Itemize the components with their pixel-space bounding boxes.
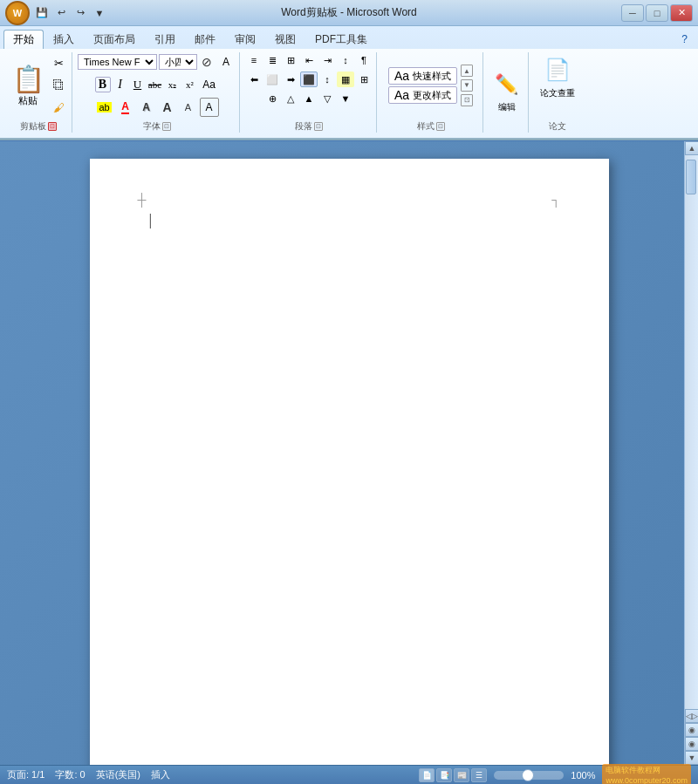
copy-button[interactable]: ⿻ — [49, 78, 68, 93]
text-border-btn[interactable]: A — [200, 98, 219, 117]
insert-mode[interactable]: 插入 — [151, 768, 170, 781]
increase-indent-btn[interactable]: ⇥ — [318, 52, 336, 68]
status-bar: 页面: 1/1 字数: 0 英语(美国) 插入 📄 📑 📰 ☰ 100% 电脑软… — [0, 765, 698, 784]
borders-btn[interactable]: ⊞ — [355, 72, 373, 87]
prev-page-btn[interactable]: ◉ — [685, 723, 698, 737]
scroll-track — [685, 155, 698, 709]
zoom-slider[interactable] — [494, 771, 564, 780]
clear-format-btn[interactable]: ⊘ — [199, 54, 215, 70]
clipboard-group: 📋 粘贴 ✂ ⿻ 🖌 剪贴板 ⊡ — [5, 52, 72, 133]
view-web-btn[interactable]: 📰 — [454, 768, 469, 782]
view-print-btn[interactable]: 📄 — [419, 768, 435, 782]
superscript-button[interactable]: x² — [182, 77, 198, 92]
document-page[interactable]: ┼ ┐ └ ┘ | — [90, 159, 609, 765]
tab-references[interactable]: 引用 — [145, 30, 185, 49]
vertical-scrollbar[interactable]: ▲ ◁▷ ◉ ◉ ▼ — [684, 141, 698, 765]
window-title: Word剪贴板 - Microsoft Word — [281, 5, 417, 20]
numbering-btn[interactable]: ≣ — [263, 52, 281, 68]
underline-button[interactable]: U — [130, 77, 146, 92]
clipboard-label: 剪贴板 ⊡ — [20, 120, 57, 133]
clipboard-expand[interactable]: ⊡ — [48, 122, 57, 131]
para-extra-5[interactable]: ▼ — [337, 91, 354, 106]
help-button[interactable]: ? — [674, 30, 695, 49]
shading-btn[interactable]: ▦ — [337, 72, 354, 87]
page-info: 页面: 1/1 — [7, 768, 44, 781]
window-controls: ─ □ ✕ — [621, 4, 693, 22]
paragraph-expand[interactable]: ⊡ — [314, 122, 323, 131]
font-dialog-btn[interactable]: A — [216, 52, 236, 72]
status-left: 页面: 1/1 字数: 0 英语(美国) 插入 — [7, 768, 170, 781]
zoom-thumb[interactable] — [522, 769, 534, 781]
styles-scroll-down[interactable]: ▼ — [461, 79, 473, 92]
corner-top-left: ┼ — [138, 194, 147, 206]
scroll-thumb[interactable] — [686, 160, 696, 194]
cut-button[interactable]: ✂ — [49, 55, 68, 71]
editing-group: ✏️ 编辑 — [485, 52, 529, 133]
next-page-btn[interactable]: ◉ — [685, 737, 698, 751]
highlight-btn[interactable]: ab — [95, 98, 114, 117]
italic-button[interactable]: I — [113, 77, 128, 92]
para-extra-2[interactable]: △ — [282, 91, 299, 106]
view-outline-btn[interactable]: ☰ — [471, 768, 487, 782]
paper-check-button[interactable]: 📄 论文查重 — [534, 52, 581, 103]
document-area[interactable]: ▲ ◁▷ ◉ ◉ ▼ ┼ ┐ └ ┘ | — [0, 141, 698, 765]
align-center-btn[interactable]: ⬜ — [263, 72, 281, 87]
font-size-smaller-btn[interactable]: A — [179, 98, 198, 117]
tab-insert[interactable]: 插入 — [44, 30, 84, 49]
multilevel-list-btn[interactable]: ⊞ — [282, 52, 299, 68]
customize-quick-btn[interactable]: ▼ — [91, 4, 108, 22]
tab-mailings[interactable]: 邮件 — [185, 30, 225, 49]
sort-btn[interactable]: ↕ — [337, 52, 354, 68]
scrollbar-expand-btn[interactable]: ◁▷ — [685, 709, 698, 723]
justify-btn[interactable]: ⬛ — [300, 72, 318, 87]
undo-quick-btn[interactable]: ↩ — [52, 4, 70, 22]
strikethrough-button[interactable]: abc — [147, 77, 163, 92]
font-expand[interactable]: ⊡ — [162, 122, 171, 131]
font-name-select[interactable]: Times New F — [78, 54, 157, 70]
tab-home[interactable]: 开始 — [3, 30, 44, 49]
quick-styles-button[interactable]: Aa 快速样式 — [388, 67, 457, 85]
align-right-btn[interactable]: ➡ — [282, 72, 299, 87]
minimize-button[interactable]: ─ — [621, 4, 644, 22]
format-paint-button[interactable]: 🖌 — [49, 100, 68, 116]
bold-button[interactable]: B — [95, 77, 111, 92]
para-extra-1[interactable]: ⊕ — [263, 91, 281, 106]
paper-icon: 📄 — [544, 58, 571, 82]
editing-button[interactable]: ✏️ 编辑 — [489, 66, 524, 117]
paste-label: 粘贴 — [18, 94, 38, 107]
show-marks-btn[interactable]: ¶ — [355, 52, 373, 68]
font-size-select[interactable]: 小四 — [159, 54, 197, 70]
scroll-down-btn[interactable]: ▼ — [685, 751, 698, 765]
styles-scroll-up[interactable]: ▲ — [461, 65, 473, 77]
paste-button[interactable]: 📋 粘贴 — [9, 52, 47, 119]
close-button[interactable]: ✕ — [670, 4, 693, 22]
restore-button[interactable]: □ — [646, 4, 668, 22]
change-styles-button[interactable]: Aa 更改样式 — [388, 86, 457, 104]
change-case-btn[interactable]: Aa — [200, 75, 219, 94]
subscript-button[interactable]: x₂ — [165, 77, 181, 92]
font-color-btn[interactable]: A — [116, 98, 135, 117]
redo-quick-btn[interactable]: ↪ — [72, 4, 89, 22]
styles-expand[interactable]: ⊡ — [436, 122, 445, 131]
title-bar-left: W 💾 ↩ ↪ ▼ — [5, 1, 108, 25]
bullets-btn[interactable]: ≡ — [245, 52, 263, 68]
styles-more[interactable]: ⊡ — [461, 94, 473, 106]
para-extra-4[interactable]: ▽ — [318, 91, 336, 106]
tab-page-layout[interactable]: 页面布局 — [84, 30, 145, 49]
font-size-larger-btn[interactable]: A — [158, 98, 177, 117]
save-quick-btn[interactable]: 💾 — [33, 4, 51, 22]
quick-styles-icon: Aa — [394, 69, 409, 83]
text-effect-btn[interactable]: A — [137, 98, 156, 117]
para-extra-3[interactable]: ▲ — [300, 91, 318, 106]
office-button[interactable]: W — [5, 1, 30, 25]
align-left-btn[interactable]: ⬅ — [245, 72, 263, 87]
tab-review[interactable]: 审阅 — [225, 30, 265, 49]
line-spacing-btn[interactable]: ↕ — [318, 72, 336, 87]
tab-view[interactable]: 视图 — [265, 30, 305, 49]
quick-access-toolbar: 💾 ↩ ↪ ▼ — [33, 4, 108, 22]
decrease-indent-btn[interactable]: ⇤ — [300, 52, 318, 68]
view-full-btn[interactable]: 📑 — [436, 768, 452, 782]
ribbon-tabs: 开始 插入 页面布局 引用 邮件 审阅 视图 PDF工具集 ? — [0, 26, 698, 49]
scroll-up-btn[interactable]: ▲ — [685, 141, 698, 155]
tab-pdf[interactable]: PDF工具集 — [305, 30, 377, 49]
